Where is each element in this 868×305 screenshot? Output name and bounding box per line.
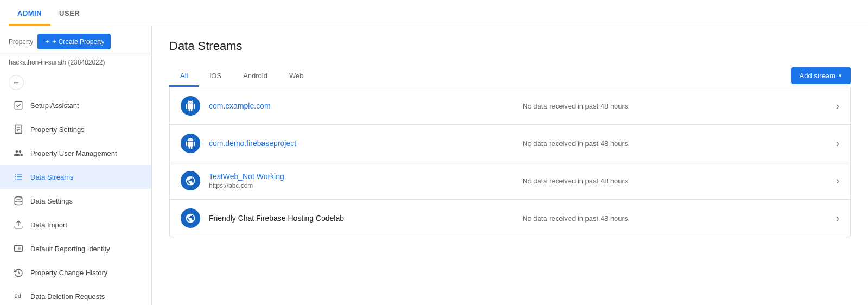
upload-icon <box>13 219 24 230</box>
sidebar-item-default-reporting-identity[interactable]: Default Reporting Identity <box>0 237 151 260</box>
deletion-icon: Dd <box>13 291 24 302</box>
tab-web[interactable]: Web <box>278 66 315 87</box>
create-property-button[interactable]: ＋ + Create Property <box>37 34 111 49</box>
stream-url-3: https://bbc.com <box>209 182 514 189</box>
page-icon <box>13 124 24 135</box>
sidebar-item-property-change-history[interactable]: Property Change History <box>0 260 151 284</box>
people-icon <box>13 148 24 158</box>
stream-name-2: com.demo.firebaseproject <box>209 139 514 148</box>
stream-info-3: TestWeb_Not Working https://bbc.com <box>209 172 514 189</box>
chevron-right-icon-3: › <box>836 175 839 187</box>
stream-status-2: No data received in past 48 hours. <box>522 139 827 148</box>
data-settings-label: Data Settings <box>30 197 73 205</box>
stream-status-4: No data received in past 48 hours. <box>522 214 827 223</box>
stream-item-2[interactable]: com.demo.firebaseproject No data receive… <box>170 125 850 162</box>
sidebar-item-property-settings[interactable]: Property Settings <box>0 117 151 141</box>
add-stream-button[interactable]: Add stream ▾ <box>791 67 851 84</box>
stream-item-3[interactable]: TestWeb_Not Working https://bbc.com No d… <box>170 162 850 200</box>
default-reporting-identity-label: Default Reporting Identity <box>30 245 110 253</box>
streams-icon <box>13 171 24 182</box>
stream-name-3: TestWeb_Not Working <box>209 172 514 181</box>
create-property-label: + Create Property <box>53 38 104 46</box>
property-change-history-label: Property Change History <box>30 269 107 277</box>
page-title: Data Streams <box>169 39 851 53</box>
svg-rect-0 <box>15 101 22 109</box>
stream-info-2: com.demo.firebaseproject <box>209 139 514 148</box>
svg-text:Dd: Dd <box>15 293 22 299</box>
tab-ios[interactable]: iOS <box>199 66 232 87</box>
account-name: hackathon-in-surath (238482022) <box>0 55 151 72</box>
identity-icon <box>13 243 24 254</box>
stream-item-4[interactable]: Friendly Chat Firebase Hosting Codelab N… <box>170 200 850 237</box>
setup-assistant-label: Setup Assistant <box>30 101 79 110</box>
main-layout: Property ＋ + Create Property hackathon-i… <box>0 26 868 305</box>
dropdown-chevron-icon: ▾ <box>839 72 842 79</box>
sidebar-item-data-deletion-requests[interactable]: Dd Data Deletion Requests <box>0 284 151 305</box>
web-icon-4 <box>181 208 200 228</box>
checkbox-icon <box>13 100 24 111</box>
property-settings-label: Property Settings <box>30 125 85 134</box>
property-label: Property <box>9 38 33 46</box>
main-content: Data Streams All iOS Android Web Add str… <box>152 26 868 305</box>
chevron-right-icon-1: › <box>836 100 839 112</box>
stream-info-4: Friendly Chat Firebase Hosting Codelab <box>209 214 514 223</box>
stream-item-1[interactable]: com.example.com No data received in past… <box>170 87 850 125</box>
data-deletion-requests-label: Data Deletion Requests <box>30 293 105 301</box>
stream-status-1: No data received in past 48 hours. <box>522 102 827 110</box>
sidebar-item-setup-assistant[interactable]: Setup Assistant <box>0 93 151 117</box>
tab-admin[interactable]: ADMIN <box>9 9 50 26</box>
svg-point-5 <box>15 197 22 200</box>
stream-name-4: Friendly Chat Firebase Hosting Codelab <box>209 214 514 223</box>
back-button[interactable]: ← <box>0 72 151 93</box>
filter-tabs-left: All iOS Android Web <box>169 66 314 87</box>
android-icon-1 <box>181 96 200 116</box>
chevron-right-icon-2: › <box>836 138 839 149</box>
sidebar-item-data-settings[interactable]: Data Settings <box>0 189 151 213</box>
sidebar: Property ＋ + Create Property hackathon-i… <box>0 26 152 305</box>
data-streams-label: Data Streams <box>30 173 73 181</box>
history-icon <box>13 267 24 278</box>
sidebar-item-property-user-management[interactable]: Property User Management <box>0 141 151 165</box>
android-icon-2 <box>181 134 200 153</box>
data-import-label: Data Import <box>30 221 67 229</box>
sidebar-item-data-streams[interactable]: Data Streams <box>0 165 151 189</box>
sidebar-item-data-import[interactable]: Data Import <box>0 213 151 237</box>
top-nav: ADMIN USER <box>0 0 868 26</box>
database-icon <box>13 195 24 206</box>
stream-status-3: No data received in past 48 hours. <box>522 177 827 185</box>
back-arrow-icon: ← <box>9 75 24 90</box>
tab-android[interactable]: Android <box>232 66 278 87</box>
stream-name-1: com.example.com <box>209 101 514 110</box>
sidebar-property-header: Property ＋ + Create Property <box>0 26 151 55</box>
property-user-management-label: Property User Management <box>30 149 117 157</box>
plus-icon: ＋ <box>44 37 50 46</box>
tab-user[interactable]: USER <box>50 9 88 26</box>
filter-tabs: All iOS Android Web Add stream ▾ <box>169 66 851 87</box>
chevron-right-icon-4: › <box>836 213 839 224</box>
stream-info-1: com.example.com <box>209 101 514 110</box>
web-icon-3 <box>181 171 200 190</box>
stream-list: com.example.com No data received in past… <box>169 87 851 237</box>
tab-all[interactable]: All <box>169 66 199 87</box>
add-stream-label: Add stream <box>800 72 835 80</box>
